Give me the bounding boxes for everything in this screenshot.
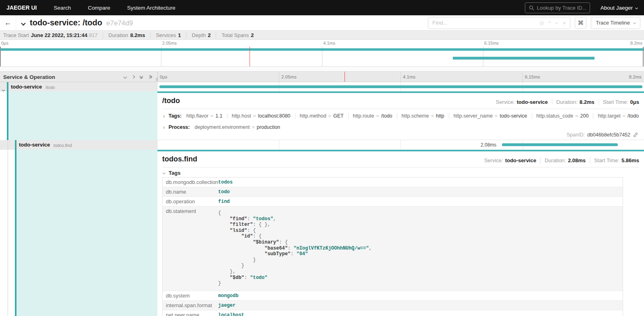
- span-row-todos-find-timeline[interactable]: 2.08ms: [158, 140, 644, 150]
- nav-item-system-architecture[interactable]: System Architecture: [127, 5, 175, 11]
- minimap-gap: [0, 67, 644, 71]
- header-gridline: [400, 72, 401, 82]
- span-id-footer: SpanID: db046b8efc5b7452: [567, 132, 638, 138]
- span-bar-todos-find[interactable]: [502, 143, 618, 146]
- trace-collapse-toggle[interactable]: [22, 19, 25, 27]
- trace-start: Trace Start June 22 2022, 15:21:44.917: [3, 32, 97, 38]
- column-resize-grip[interactable]: [156, 78, 159, 81]
- span-tag: http.server_name=todo-service: [449, 113, 527, 119]
- span-bar-todo[interactable]: [159, 85, 642, 88]
- search-icon: [529, 5, 534, 10]
- header-gridline: [522, 72, 523, 82]
- detail-panel-todos-find: todos.find Service:todo-service Duration…: [157, 150, 644, 316]
- minimap-left-scrubber[interactable]: [0, 47, 1, 66]
- keyboard-shortcuts-button[interactable]: ⌘: [575, 17, 586, 29]
- span-duration-label: 2.08ms: [481, 142, 496, 148]
- trace-id-short: e7e74d9: [106, 19, 133, 27]
- span-tag: http.route=/todo: [348, 113, 392, 119]
- back-button[interactable]: ←: [0, 15, 16, 30]
- timeline-cursor-line: [345, 72, 345, 82]
- link-icon[interactable]: [633, 132, 638, 138]
- trace-duration: Duration8.2ms: [103, 32, 145, 38]
- nav-item-compare[interactable]: Compare: [88, 5, 110, 11]
- collapse-one-icon[interactable]: [124, 76, 126, 78]
- service-operation-header: Service & Operation: [3, 74, 55, 80]
- trace-view-select[interactable]: Trace Timeline: [591, 17, 640, 29]
- detail-indent-fill: [8, 91, 157, 140]
- detail-panel-todo: /todo Service:todo-service Duration:8.2m…: [157, 91, 644, 140]
- tags-key-value-table: db.mongodb.collectiontodos db.nametodo d…: [162, 177, 623, 316]
- span-tag: http.status_code=200: [532, 113, 589, 119]
- jaeger-trace-page: JAEGER UI Search Compare System Architec…: [0, 0, 644, 316]
- process-summary-row[interactable]: › Process: deployment.environment=produc…: [163, 123, 640, 132]
- table-row: db.mongodb.collectiontodos: [163, 178, 623, 187]
- chevron-down-icon: [163, 171, 165, 174]
- minimap-span-bar-todo: [0, 48, 644, 51]
- minimap-span-bar-todos-find: [453, 57, 594, 60]
- span-tag: http.flavor=1.1: [186, 113, 223, 119]
- detail-indent-fill: [17, 150, 157, 316]
- span-row-todo[interactable]: todo-service /todo: [0, 82, 644, 91]
- span-name: todos.find: [162, 155, 197, 163]
- minimap-cursor-line: [250, 47, 250, 66]
- span-detail-todos-find: todos.find Service:todo-service Duration…: [0, 150, 644, 316]
- find-in-trace-box[interactable]: ◎ ×: [428, 17, 570, 29]
- nav-item-search[interactable]: Search: [54, 5, 71, 11]
- prev-match-button[interactable]: [549, 22, 551, 24]
- top-navbar: JAEGER UI Search Compare System Architec…: [0, 0, 644, 15]
- trace-services-count: Services1: [150, 32, 181, 38]
- span-tag: http.scheme=http: [397, 113, 444, 119]
- tags-section-toggle[interactable]: Tags: [163, 170, 180, 176]
- table-row: net.peer.namelocalhost: [163, 310, 623, 316]
- expand-all-icon[interactable]: [148, 76, 152, 78]
- chevron-up-icon: [548, 21, 551, 24]
- minimap-right-scrubber[interactable]: [643, 47, 644, 66]
- table-row: db.statement { "find": "todos", "filter"…: [163, 207, 623, 291]
- process-tag: deployment.environment=production: [194, 124, 280, 130]
- next-match-button[interactable]: [555, 22, 557, 24]
- expand-one-icon[interactable]: [132, 76, 134, 78]
- span-row-todo-timeline[interactable]: [158, 82, 644, 91]
- arrow-left-icon: ←: [4, 19, 12, 27]
- collapse-all-icon[interactable]: [140, 75, 142, 78]
- brand-jaeger-ui[interactable]: JAEGER UI: [6, 4, 37, 11]
- about-jaeger-menu[interactable]: About Jaeger: [601, 5, 638, 11]
- chevron-right-icon: ›: [163, 113, 165, 119]
- span-row-todo-label[interactable]: todo-service /todo: [0, 82, 157, 91]
- span-row-todos-find[interactable]: todo-service todos.find 2.08ms: [0, 140, 644, 150]
- trace-header-bar: ← todo-service: /todoe7e74d9 ◎ × ⌘ Trace…: [0, 15, 644, 31]
- table-row: db.nametodo: [163, 187, 623, 197]
- chevron-down-icon: [21, 21, 25, 25]
- header-gridline: [279, 72, 279, 82]
- table-row: db.systemmongodb: [163, 291, 623, 301]
- span-meta: Service:todo-service Duration:8.2ms Star…: [496, 99, 639, 105]
- span-accent-bar: [15, 140, 17, 150]
- indent-guide: [8, 140, 8, 150]
- span-tag: http.method=GET: [295, 113, 344, 119]
- find-input[interactable]: [432, 20, 535, 26]
- span-detail-todo: /todo Service:todo-service Duration:8.2m…: [0, 91, 644, 140]
- timeline-minimap[interactable]: [0, 47, 644, 67]
- trace-title: todo-service: /todoe7e74d9: [30, 18, 133, 27]
- chevron-right-icon: ›: [163, 124, 165, 130]
- trace-id-lookup-input[interactable]: [537, 5, 586, 11]
- clear-find-button[interactable]: ×: [562, 19, 566, 26]
- chevron-down-icon: [633, 21, 636, 24]
- trace-total-spans: Total Spans2: [216, 32, 254, 38]
- chevron-down-icon: [555, 21, 558, 24]
- target-icon[interactable]: ◎: [539, 20, 544, 26]
- span-tag: http.target=/todo: [593, 113, 638, 119]
- table-row: db.operationfind: [163, 197, 623, 207]
- db-statement-json: { "find": "todos", "filter": { }, "lsid"…: [218, 209, 372, 289]
- trace-id-lookup-box[interactable]: [525, 2, 590, 13]
- trace-depth: Depth2: [186, 32, 211, 38]
- span-row-todos-find-label[interactable]: todo-service todos.find: [0, 140, 157, 150]
- command-icon: ⌘: [578, 19, 584, 27]
- chevron-down-icon: [635, 6, 638, 9]
- span-tag: http.host=localhost:8080: [227, 113, 291, 119]
- span-name: /todo: [162, 97, 180, 105]
- trace-summary-bar: Trace Start June 22 2022, 15:21:44.917 D…: [0, 31, 644, 40]
- tags-summary-row[interactable]: › Tags: http.flavor=1.1 http.host=localh…: [163, 112, 640, 120]
- span-meta: Service:todo-service Duration:2.08ms Sta…: [484, 157, 639, 163]
- minimap-tick-labels: 0μs 2.05ms 4.1ms 6.15ms 8.2ms: [0, 40, 644, 47]
